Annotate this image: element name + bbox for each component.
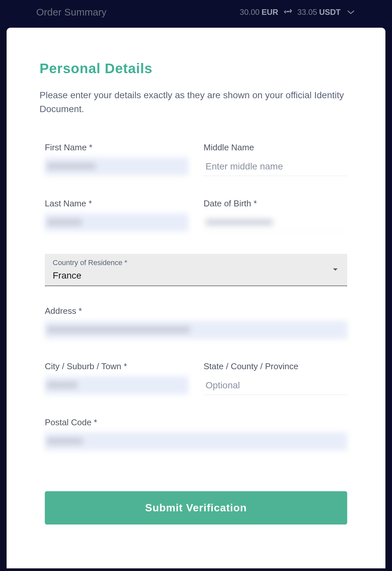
personal-details-card: Personal Details Please enter your detai… bbox=[7, 28, 385, 568]
first-name-label: First Name * bbox=[45, 142, 188, 153]
amount-from-value: 30.00 bbox=[240, 8, 260, 16]
address-label: Address * bbox=[45, 306, 347, 316]
city-label: City / Suburb / Town * bbox=[45, 361, 188, 372]
order-summary-amounts: 30.00EUR 33.05USDT bbox=[240, 8, 356, 17]
postal-code-field: Postal Code * bbox=[45, 417, 347, 450]
dob-field: Date of Birth * bbox=[204, 198, 347, 231]
country-value: France bbox=[53, 270, 339, 281]
form-row: Address * bbox=[45, 306, 347, 339]
page-description: Please enter your details exactly as the… bbox=[40, 88, 352, 116]
last-name-label: Last Name * bbox=[45, 198, 188, 209]
middle-name-input[interactable] bbox=[204, 157, 347, 176]
order-summary-title: Order Summary bbox=[36, 7, 106, 18]
dob-label: Date of Birth * bbox=[204, 198, 347, 209]
last-name-field: Last Name * bbox=[45, 198, 188, 231]
amount-from: 30.00EUR bbox=[240, 8, 278, 17]
expand-summary-button[interactable] bbox=[346, 9, 356, 16]
form-row: Last Name * Date of Birth * bbox=[45, 198, 347, 231]
address-input[interactable] bbox=[45, 321, 347, 339]
submit-verification-button[interactable]: Submit Verification bbox=[45, 491, 347, 525]
first-name-field: First Name * bbox=[45, 142, 188, 176]
amount-to-currency: USDT bbox=[319, 8, 341, 16]
form-row: City / Suburb / Town * State / County / … bbox=[45, 361, 347, 395]
amount-to: 33.05USDT bbox=[297, 8, 341, 17]
dob-input[interactable] bbox=[204, 213, 347, 231]
page-title: Personal Details bbox=[40, 61, 352, 76]
amount-from-currency: EUR bbox=[262, 8, 278, 16]
form-row: First Name * Middle Name bbox=[45, 142, 347, 176]
state-label: State / County / Province bbox=[204, 361, 347, 372]
first-name-input[interactable] bbox=[45, 157, 188, 175]
postal-code-label: Postal Code * bbox=[45, 417, 347, 428]
state-input[interactable] bbox=[204, 376, 347, 395]
country-label: Country of Residence * bbox=[53, 258, 339, 267]
city-field: City / Suburb / Town * bbox=[45, 361, 188, 395]
middle-name-field: Middle Name bbox=[204, 142, 347, 176]
state-field: State / County / Province bbox=[204, 361, 347, 395]
form-row: Postal Code * bbox=[45, 417, 347, 450]
country-select[interactable]: Country of Residence * France bbox=[45, 254, 347, 286]
order-summary-bar: Order Summary 30.00EUR 33.05USDT bbox=[0, 0, 392, 28]
postal-code-input[interactable] bbox=[45, 432, 347, 450]
address-field: Address * bbox=[45, 306, 347, 339]
form-container: First Name * Middle Name Last Name * Dat… bbox=[40, 142, 352, 525]
city-input[interactable] bbox=[45, 376, 188, 394]
middle-name-label: Middle Name bbox=[204, 142, 347, 153]
amount-to-value: 33.05 bbox=[297, 8, 317, 16]
swap-icon bbox=[284, 9, 292, 15]
last-name-input[interactable] bbox=[45, 213, 188, 231]
caret-down-icon bbox=[333, 267, 338, 273]
